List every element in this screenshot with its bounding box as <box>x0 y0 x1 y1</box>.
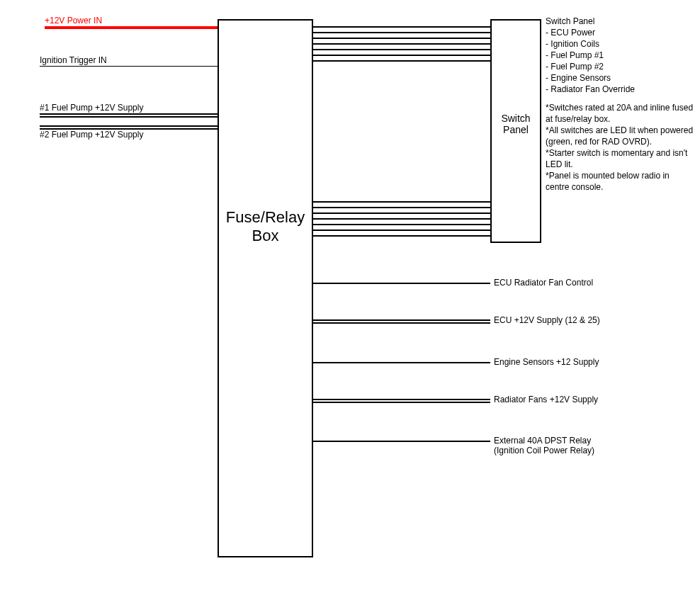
fuse-relay-box-title: Fuse/Relay Box <box>219 208 312 245</box>
sp-note-2: *Starter switch is momentary and isn't L… <box>546 147 694 170</box>
fuse-relay-box: Fuse/Relay Box <box>218 19 313 557</box>
sp-item-0: - ECU Power <box>546 27 694 38</box>
sp-item-3: - Fuel Pump #2 <box>546 61 694 72</box>
label-fuel-pump-2: #2 Fuel Pump +12V Supply <box>40 130 143 140</box>
sp-note-3: *Panel is mounted below radio in centre … <box>546 170 694 193</box>
fuse-relay-box-title-1: Fuse/Relay <box>226 208 305 226</box>
label-ext-relay-1: External 40A DPST Relay <box>494 436 591 446</box>
sp-note-1: *All switches are LED lit when powered (… <box>546 125 694 147</box>
wire-rad-fans-b <box>313 402 490 403</box>
sp-item-1: - Ignition Coils <box>546 38 694 50</box>
wiring-diagram: Fuse/Relay Box Switch Panel +12V Power I… <box>0 0 700 595</box>
fuse-relay-box-title-2: Box <box>252 227 279 244</box>
wire-rad-fans-a <box>313 399 490 400</box>
wire-engine-sensors <box>313 362 490 363</box>
switch-panel-heading: Switch Panel <box>546 16 694 27</box>
label-ext-relay: External 40A DPST Relay (Ignition Coil P… <box>494 436 594 455</box>
sp-note-0: *Switches rated at 20A and inline fused … <box>546 102 694 125</box>
sp-item-2: - Fuel Pump #1 <box>546 50 694 61</box>
switch-panel-list: - ECU Power - Ignition Coils - Fuel Pump… <box>546 27 694 95</box>
wire-fuel-pump-2-a <box>40 125 218 127</box>
wire-ecu-12v-b <box>313 322 490 324</box>
wire-fuel-pump-1-b <box>40 116 218 118</box>
label-power-in: +12V Power IN <box>45 16 102 26</box>
label-ecu-rad-fan: ECU Radiator Fan Control <box>494 278 593 288</box>
label-ext-relay-2: (Ignition Coil Power Relay) <box>494 446 594 455</box>
wire-fuel-pump-1-a <box>40 113 218 115</box>
wire-ecu-rad-fan <box>313 283 490 284</box>
wire-power-in <box>45 26 218 29</box>
label-ecu-12v: ECU +12V Supply (12 & 25) <box>494 315 600 325</box>
switch-panel-notes: Switch Panel - ECU Power - Ignition Coil… <box>546 16 694 193</box>
label-fuel-pump-1: #1 Fuel Pump +12V Supply <box>40 103 143 113</box>
switch-panel-title-2: Panel <box>503 124 529 135</box>
wire-ecu-12v-a <box>313 319 490 321</box>
switch-panel-title-1: Switch <box>501 113 530 124</box>
sp-item-4: - Engine Sensors <box>546 72 694 84</box>
wire-ext-relay <box>313 441 490 442</box>
switch-panel-title: Switch Panel <box>492 113 540 135</box>
switch-panel-box: Switch Panel <box>490 19 541 243</box>
label-ignition-trigger: Ignition Trigger IN <box>40 55 107 65</box>
wire-ignition-trigger <box>40 66 218 67</box>
label-engine-sensors: Engine Sensors +12 Supply <box>494 357 599 367</box>
sp-item-5: - Radiator Fan Override <box>546 84 694 95</box>
label-rad-fans: Radiator Fans +12V Supply <box>494 395 598 404</box>
